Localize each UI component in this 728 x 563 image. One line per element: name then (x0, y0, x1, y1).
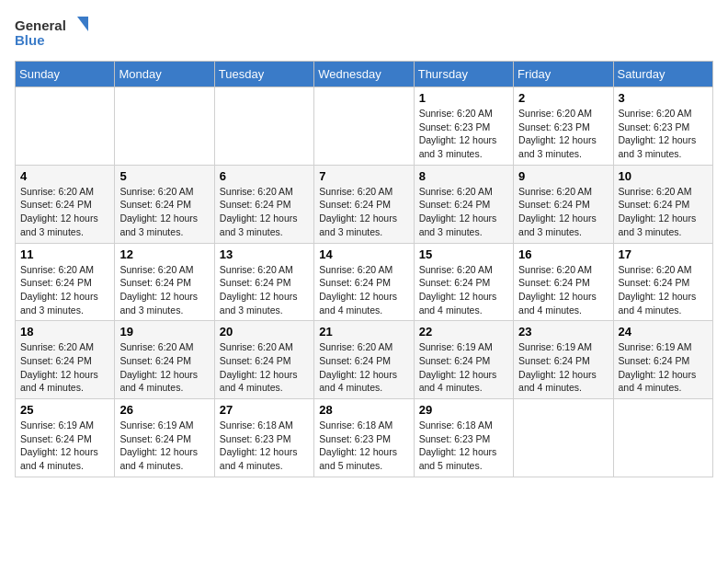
day-info: Sunrise: 6:20 AM Sunset: 6:23 PM Dayligh… (518, 107, 608, 161)
svg-text:General: General (15, 17, 66, 33)
calendar-cell: 23Sunrise: 6:19 AM Sunset: 6:24 PM Dayli… (514, 321, 613, 399)
day-info: Sunrise: 6:20 AM Sunset: 6:23 PM Dayligh… (419, 107, 508, 161)
calendar-cell: 14Sunrise: 6:20 AM Sunset: 6:24 PM Dayli… (314, 243, 414, 321)
calendar-cell: 11Sunrise: 6:20 AM Sunset: 6:24 PM Dayli… (16, 243, 115, 321)
day-info: Sunrise: 6:20 AM Sunset: 6:24 PM Dayligh… (220, 185, 309, 239)
day-info: Sunrise: 6:20 AM Sunset: 6:24 PM Dayligh… (119, 185, 209, 239)
day-info: Sunrise: 6:20 AM Sunset: 6:24 PM Dayligh… (20, 263, 109, 317)
week-row-4: 18Sunrise: 6:20 AM Sunset: 6:24 PM Dayli… (16, 321, 713, 399)
calendar-cell: 13Sunrise: 6:20 AM Sunset: 6:24 PM Dayli… (214, 243, 313, 321)
day-number: 25 (20, 403, 109, 417)
day-info: Sunrise: 6:19 AM Sunset: 6:24 PM Dayligh… (518, 340, 608, 395)
calendar-cell (214, 87, 313, 166)
day-info: Sunrise: 6:20 AM Sunset: 6:24 PM Dayligh… (220, 340, 309, 395)
svg-marker-2 (77, 17, 88, 31)
calendar-cell: 28Sunrise: 6:18 AM Sunset: 6:23 PM Dayli… (314, 399, 414, 477)
day-info: Sunrise: 6:20 AM Sunset: 6:24 PM Dayligh… (119, 340, 209, 395)
day-info: Sunrise: 6:20 AM Sunset: 6:24 PM Dayligh… (319, 340, 408, 395)
day-number: 24 (619, 325, 708, 339)
day-info: Sunrise: 6:19 AM Sunset: 6:24 PM Dayligh… (419, 340, 508, 395)
week-row-3: 11Sunrise: 6:20 AM Sunset: 6:24 PM Dayli… (16, 243, 713, 321)
calendar-table: SundayMondayTuesdayWednesdayThursdayFrid… (15, 61, 713, 477)
day-info: Sunrise: 6:20 AM Sunset: 6:24 PM Dayligh… (419, 185, 508, 239)
calendar-cell (16, 87, 115, 166)
day-number: 7 (319, 169, 408, 183)
header-day-friday: Friday (514, 62, 613, 87)
day-number: 20 (220, 325, 309, 339)
calendar-cell: 1Sunrise: 6:20 AM Sunset: 6:23 PM Daylig… (414, 87, 513, 166)
svg-text:Blue: Blue (15, 32, 45, 48)
day-info: Sunrise: 6:18 AM Sunset: 6:23 PM Dayligh… (220, 419, 309, 473)
day-info: Sunrise: 6:19 AM Sunset: 6:24 PM Dayligh… (119, 419, 209, 473)
calendar-cell: 6Sunrise: 6:20 AM Sunset: 6:24 PM Daylig… (214, 165, 313, 243)
calendar-cell: 15Sunrise: 6:20 AM Sunset: 6:24 PM Dayli… (414, 243, 513, 321)
calendar-header: SundayMondayTuesdayWednesdayThursdayFrid… (16, 62, 713, 87)
day-info: Sunrise: 6:18 AM Sunset: 6:23 PM Dayligh… (419, 419, 508, 473)
calendar-cell: 18Sunrise: 6:20 AM Sunset: 6:24 PM Dayli… (16, 321, 115, 399)
day-info: Sunrise: 6:20 AM Sunset: 6:24 PM Dayligh… (119, 263, 209, 317)
day-number: 5 (119, 169, 209, 183)
day-number: 4 (20, 169, 109, 183)
calendar-cell (613, 399, 712, 477)
calendar-cell: 3Sunrise: 6:20 AM Sunset: 6:23 PM Daylig… (613, 87, 712, 166)
day-info: Sunrise: 6:20 AM Sunset: 6:24 PM Dayligh… (319, 185, 408, 239)
week-row-2: 4Sunrise: 6:20 AM Sunset: 6:24 PM Daylig… (16, 165, 713, 243)
calendar-cell: 27Sunrise: 6:18 AM Sunset: 6:23 PM Dayli… (214, 399, 313, 477)
calendar-cell: 10Sunrise: 6:20 AM Sunset: 6:24 PM Dayli… (613, 165, 712, 243)
day-info: Sunrise: 6:20 AM Sunset: 6:24 PM Dayligh… (220, 263, 309, 317)
calendar-cell: 19Sunrise: 6:20 AM Sunset: 6:24 PM Dayli… (115, 321, 214, 399)
calendar-cell: 16Sunrise: 6:20 AM Sunset: 6:24 PM Dayli… (514, 243, 613, 321)
logo: GeneralBlue (15, 15, 88, 50)
day-info: Sunrise: 6:20 AM Sunset: 6:24 PM Dayligh… (518, 263, 608, 317)
week-row-5: 25Sunrise: 6:19 AM Sunset: 6:24 PM Dayli… (16, 399, 713, 477)
day-number: 19 (119, 325, 209, 339)
day-number: 29 (419, 403, 508, 417)
day-info: Sunrise: 6:20 AM Sunset: 6:24 PM Dayligh… (319, 263, 408, 317)
calendar-cell (314, 87, 414, 166)
day-number: 17 (619, 247, 708, 261)
logo-svg: GeneralBlue (15, 15, 88, 50)
calendar-cell: 9Sunrise: 6:20 AM Sunset: 6:24 PM Daylig… (514, 165, 613, 243)
day-number: 8 (419, 169, 508, 183)
day-number: 26 (119, 403, 209, 417)
day-info: Sunrise: 6:18 AM Sunset: 6:23 PM Dayligh… (319, 419, 408, 473)
day-number: 12 (119, 247, 209, 261)
calendar-cell: 4Sunrise: 6:20 AM Sunset: 6:24 PM Daylig… (16, 165, 115, 243)
header-day-wednesday: Wednesday (314, 62, 414, 87)
header-day-thursday: Thursday (414, 62, 513, 87)
calendar-cell: 7Sunrise: 6:20 AM Sunset: 6:24 PM Daylig… (314, 165, 414, 243)
day-number: 18 (20, 325, 109, 339)
day-info: Sunrise: 6:20 AM Sunset: 6:24 PM Dayligh… (20, 340, 109, 395)
calendar-cell: 20Sunrise: 6:20 AM Sunset: 6:24 PM Dayli… (214, 321, 313, 399)
calendar-body: 1Sunrise: 6:20 AM Sunset: 6:23 PM Daylig… (16, 87, 713, 477)
day-number: 1 (419, 91, 508, 105)
day-info: Sunrise: 6:19 AM Sunset: 6:24 PM Dayligh… (20, 419, 109, 473)
day-number: 22 (419, 325, 508, 339)
calendar-cell: 17Sunrise: 6:20 AM Sunset: 6:24 PM Dayli… (613, 243, 712, 321)
calendar-cell: 5Sunrise: 6:20 AM Sunset: 6:24 PM Daylig… (115, 165, 214, 243)
day-number: 28 (319, 403, 408, 417)
day-number: 9 (518, 169, 608, 183)
calendar-cell: 29Sunrise: 6:18 AM Sunset: 6:23 PM Dayli… (414, 399, 513, 477)
day-info: Sunrise: 6:20 AM Sunset: 6:24 PM Dayligh… (619, 263, 708, 317)
calendar-cell: 25Sunrise: 6:19 AM Sunset: 6:24 PM Dayli… (16, 399, 115, 477)
day-info: Sunrise: 6:20 AM Sunset: 6:24 PM Dayligh… (619, 185, 708, 239)
calendar-cell: 21Sunrise: 6:20 AM Sunset: 6:24 PM Dayli… (314, 321, 414, 399)
calendar-cell: 12Sunrise: 6:20 AM Sunset: 6:24 PM Dayli… (115, 243, 214, 321)
day-number: 13 (220, 247, 309, 261)
day-info: Sunrise: 6:20 AM Sunset: 6:23 PM Dayligh… (619, 107, 708, 161)
day-number: 16 (518, 247, 608, 261)
day-number: 21 (319, 325, 408, 339)
header-day-tuesday: Tuesday (214, 62, 313, 87)
week-row-1: 1Sunrise: 6:20 AM Sunset: 6:23 PM Daylig… (16, 87, 713, 166)
header-row: SundayMondayTuesdayWednesdayThursdayFrid… (16, 62, 713, 87)
calendar-cell: 24Sunrise: 6:19 AM Sunset: 6:24 PM Dayli… (613, 321, 712, 399)
day-number: 2 (518, 91, 608, 105)
day-number: 27 (220, 403, 309, 417)
day-info: Sunrise: 6:20 AM Sunset: 6:24 PM Dayligh… (419, 263, 508, 317)
calendar-cell: 8Sunrise: 6:20 AM Sunset: 6:24 PM Daylig… (414, 165, 513, 243)
day-info: Sunrise: 6:19 AM Sunset: 6:24 PM Dayligh… (619, 340, 708, 395)
header-day-monday: Monday (115, 62, 214, 87)
day-info: Sunrise: 6:20 AM Sunset: 6:24 PM Dayligh… (518, 185, 608, 239)
calendar-cell (514, 399, 613, 477)
